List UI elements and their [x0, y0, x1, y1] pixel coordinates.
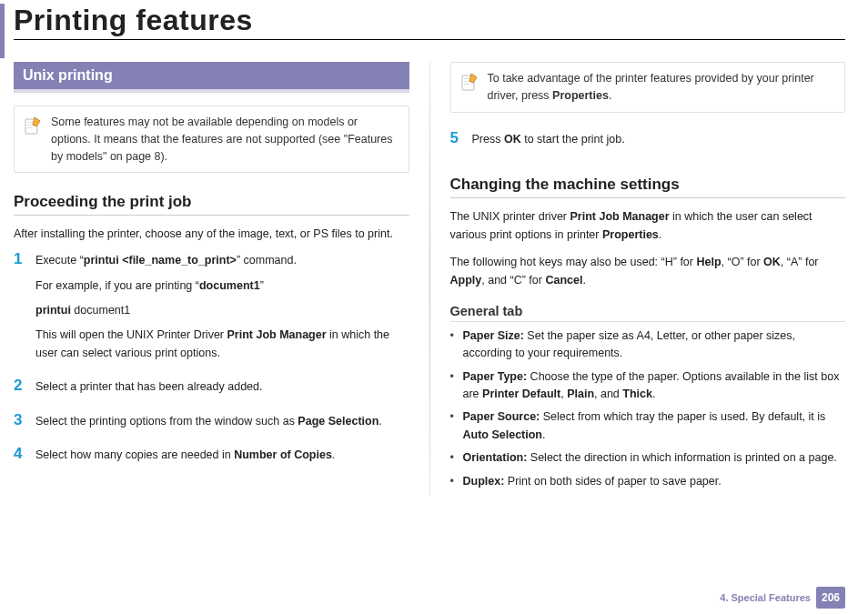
note-box-properties: To take advantage of the printer feature… — [450, 62, 846, 113]
svg-rect-7 — [464, 84, 469, 85]
bullet-text: Paper Type: Choose the type of the paper… — [463, 368, 846, 404]
step-4: 4Select how many copies are needed in Nu… — [14, 447, 409, 471]
two-column-layout: Unix printing Some features may not be a… — [14, 62, 845, 496]
step-3: 3Select the printing options from the wi… — [14, 413, 409, 438]
subheading-changing-settings: Changing the machine settings — [450, 176, 846, 198]
note-box-features: Some features may not be available depen… — [14, 106, 409, 173]
left-column: Unix printing Some features may not be a… — [14, 62, 429, 496]
bullet-dot: • — [450, 408, 463, 444]
footer-page-number: 206 — [816, 587, 845, 609]
page-title: Printing features — [14, 4, 845, 40]
page-footer: 4. Special Features 206 — [720, 587, 845, 609]
step-number: 2 — [14, 377, 35, 403]
bullet-text: Orientation: Select the direction in whi… — [463, 449, 846, 467]
bullet-item: •Orientation: Select the direction in wh… — [450, 449, 846, 467]
para-pjm: The UNIX printer driver Print Job Manage… — [450, 207, 846, 244]
bullet-item: •Paper Type: Choose the type of the pape… — [450, 368, 846, 404]
step-5: 5 Press OK to start the print job. — [450, 131, 846, 156]
footer-chapter: 4. Special Features — [720, 592, 811, 603]
svg-rect-3 — [27, 127, 33, 128]
step-number: 4 — [14, 446, 35, 471]
step-body: Press OK to start the print job. — [472, 131, 846, 156]
bullets-container: •Paper Size: Set the paper size as A4, L… — [450, 327, 846, 490]
bullet-item: •Paper Source: Select from which tray th… — [450, 408, 846, 444]
note-text: Some features may not be available depen… — [51, 114, 399, 165]
bullet-dot: • — [450, 368, 463, 404]
subheading-general-tab: General tab — [450, 304, 846, 322]
bullet-item: •Duplex: Print on both sides of paper to… — [450, 473, 846, 490]
section-header-unix-printing: Unix printing — [14, 62, 409, 93]
step-number: 3 — [14, 412, 35, 438]
step-1: 1Execute “printui <file_name_to_print>” … — [14, 252, 409, 369]
note-text: To take advantage of the printer feature… — [488, 70, 836, 105]
left-accent-bar — [0, 4, 5, 58]
step-body: Select how many copies are needed in Num… — [35, 447, 409, 471]
page: Printing features Unix printing Some fea… — [0, 4, 868, 614]
right-column: To take advantage of the printer feature… — [430, 62, 846, 496]
bullet-item: •Paper Size: Set the paper size as A4, L… — [450, 327, 846, 363]
bullet-dot: • — [450, 473, 463, 490]
para-hotkeys: The following hot keys may also be used:… — [450, 253, 846, 289]
note-icon — [24, 116, 44, 136]
intro-text: After installing the printer, choose any… — [14, 225, 409, 243]
step-body: Select a printer that has been already a… — [35, 378, 409, 403]
note-icon — [460, 72, 480, 92]
bullet-text: Duplex: Print on both sides of paper to … — [463, 473, 846, 490]
bullet-dot: • — [450, 327, 463, 363]
step-body: Select the printing options from the win… — [35, 413, 409, 438]
bullet-text: Paper Source: Select from which tray the… — [463, 408, 846, 444]
bullet-dot: • — [450, 449, 463, 467]
step-body: Execute “printui <file_name_to_print>” c… — [35, 252, 409, 369]
subheading-proceeding: Proceeding the print job — [14, 193, 409, 216]
step-2: 2Select a printer that has been already … — [14, 378, 409, 403]
step-number: 1 — [14, 251, 35, 369]
bullet-text: Paper Size: Set the paper size as A4, Le… — [463, 327, 846, 363]
step-number: 5 — [450, 130, 472, 156]
steps-container-left: 1Execute “printui <file_name_to_print>” … — [14, 252, 409, 471]
